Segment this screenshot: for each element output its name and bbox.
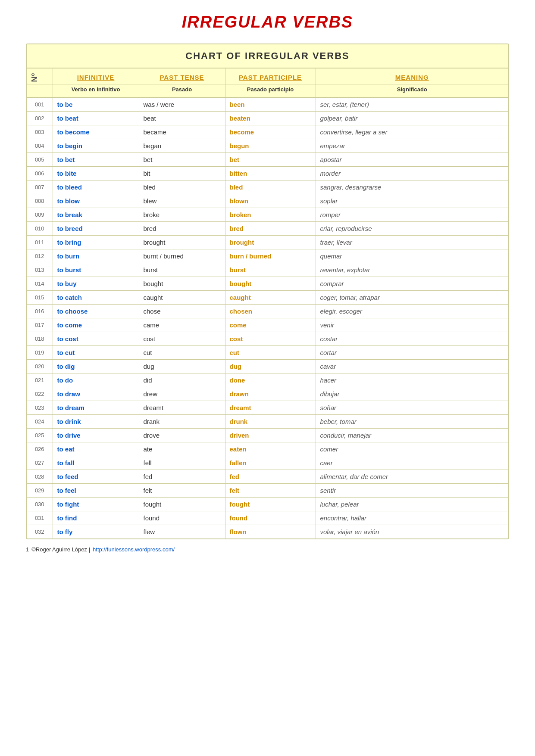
cell-past-tense: became — [139, 125, 225, 139]
table-row: 032to flyflewflownvolar, viajar en avión — [27, 525, 508, 538]
chart-title: CHART OF IRREGULAR VERBS — [27, 44, 508, 68]
table-row: 019to cutcutcutcortar — [27, 345, 508, 359]
cell-past-tense: dug — [139, 359, 225, 373]
table-row: 013to burstburstburstreventar, explotar — [27, 263, 508, 277]
cell-past-tense: fell — [139, 456, 225, 470]
cell-meaning: sangrar, desangrarse — [316, 180, 508, 194]
cell-past-tense: burst — [139, 263, 225, 277]
cell-past-participle: fallen — [225, 456, 316, 470]
cell-past-participle: cut — [225, 345, 316, 359]
cell-meaning: soñar — [316, 401, 508, 414]
cell-past-participle: caught — [225, 290, 316, 304]
col-meaning-sub: Significado — [316, 84, 508, 97]
table-row: 002to beatbeatbeatengolpear, batir — [27, 111, 508, 125]
footer: 1 ©Roger Aguirre López | http://funlesso… — [26, 546, 509, 553]
cell-num: 021 — [27, 373, 53, 387]
cell-num: 008 — [27, 194, 53, 208]
cell-num: 031 — [27, 511, 53, 525]
cell-num: 026 — [27, 442, 53, 456]
table-row: 004to beginbeganbegunempezar — [27, 139, 508, 152]
cell-infinitive: to become — [53, 125, 139, 139]
col-infinitive-header: INFINITIVE — [53, 68, 139, 84]
cell-past-participle: burn / burned — [225, 249, 316, 263]
cell-past-participle: bet — [225, 152, 316, 166]
cell-past-participle: chosen — [225, 304, 316, 318]
table-row: 026to eatateeatencomer — [27, 442, 508, 456]
cell-past-tense: drew — [139, 387, 225, 401]
table-body: 001to bewas / werebeenser, estar, (tener… — [27, 97, 508, 538]
table-row: 011to bringbroughtbroughttraer, llevar — [27, 235, 508, 249]
cell-num: 012 — [27, 249, 53, 263]
cell-meaning: caer — [316, 456, 508, 470]
cell-num: 006 — [27, 166, 53, 180]
cell-meaning: reventar, explotar — [316, 263, 508, 277]
cell-infinitive: to drink — [53, 414, 139, 428]
cell-past-tense: burnt / burned — [139, 249, 225, 263]
cell-past-tense: chose — [139, 304, 225, 318]
cell-infinitive: to draw — [53, 387, 139, 401]
table-row: 001to bewas / werebeenser, estar, (tener… — [27, 97, 508, 112]
cell-num: 032 — [27, 525, 53, 538]
cell-infinitive: to feel — [53, 483, 139, 497]
cell-num: 014 — [27, 277, 53, 290]
cell-past-tense: ate — [139, 442, 225, 456]
cell-num: 009 — [27, 208, 53, 221]
cell-num: 018 — [27, 332, 53, 345]
cell-meaning: luchar, pelear — [316, 497, 508, 511]
table-row: 010to breedbredbredcriar, reproducirse — [27, 221, 508, 235]
page-title: IRREGULAR VERBS — [26, 13, 509, 31]
cell-past-participle: drawn — [225, 387, 316, 401]
cell-num: 023 — [27, 401, 53, 414]
cell-past-tense: dreamt — [139, 401, 225, 414]
footer-page-number: 1 — [26, 546, 29, 553]
cell-past-tense: drove — [139, 428, 225, 442]
cell-past-participle: done — [225, 373, 316, 387]
cell-past-participle: burst — [225, 263, 316, 277]
cell-num: 015 — [27, 290, 53, 304]
cell-past-participle: fought — [225, 497, 316, 511]
cell-past-participle: been — [225, 97, 316, 112]
cell-past-participle: drunk — [225, 414, 316, 428]
cell-past-participle: bitten — [225, 166, 316, 180]
cell-num: 003 — [27, 125, 53, 139]
cell-infinitive: to breed — [53, 221, 139, 235]
cell-infinitive: to burn — [53, 249, 139, 263]
cell-meaning: quemar — [316, 249, 508, 263]
cell-past-participle: brought — [225, 235, 316, 249]
cell-past-tense: caught — [139, 290, 225, 304]
cell-num: 025 — [27, 428, 53, 442]
cell-meaning: comer — [316, 442, 508, 456]
cell-infinitive: to fly — [53, 525, 139, 538]
cell-num: 024 — [27, 414, 53, 428]
cell-meaning: alimentar, dar de comer — [316, 470, 508, 483]
cell-past-participle: beaten — [225, 111, 316, 125]
cell-infinitive: to come — [53, 318, 139, 332]
cell-past-participle: come — [225, 318, 316, 332]
cell-past-tense: came — [139, 318, 225, 332]
cell-meaning: beber, tomar — [316, 414, 508, 428]
table-row: 028to feedfedfedalimentar, dar de comer — [27, 470, 508, 483]
cell-num: 005 — [27, 152, 53, 166]
table-row: 021to dodiddonehacer — [27, 373, 508, 387]
cell-meaning: golpear, batir — [316, 111, 508, 125]
footer-link[interactable]: http://funlessons.wordpress.com/ — [93, 546, 175, 553]
cell-past-participle: dug — [225, 359, 316, 373]
cell-num: 013 — [27, 263, 53, 277]
cell-past-tense: cut — [139, 345, 225, 359]
cell-meaning: empezar — [316, 139, 508, 152]
cell-meaning: sentir — [316, 483, 508, 497]
table-row: 005to betbetbetapostar — [27, 152, 508, 166]
col-past-participle-header: PAST PARTICIPLE — [225, 68, 316, 84]
cell-past-participle: found — [225, 511, 316, 525]
cell-infinitive: to fight — [53, 497, 139, 511]
cell-infinitive: to bring — [53, 235, 139, 249]
cell-past-tense: fought — [139, 497, 225, 511]
cell-infinitive: to blow — [53, 194, 139, 208]
cell-past-tense: bought — [139, 277, 225, 290]
cell-past-tense: bit — [139, 166, 225, 180]
cell-past-tense: fed — [139, 470, 225, 483]
cell-infinitive: to begin — [53, 139, 139, 152]
cell-infinitive: to be — [53, 97, 139, 112]
cell-past-participle: cost — [225, 332, 316, 345]
table-row: 022to drawdrewdrawndibujar — [27, 387, 508, 401]
